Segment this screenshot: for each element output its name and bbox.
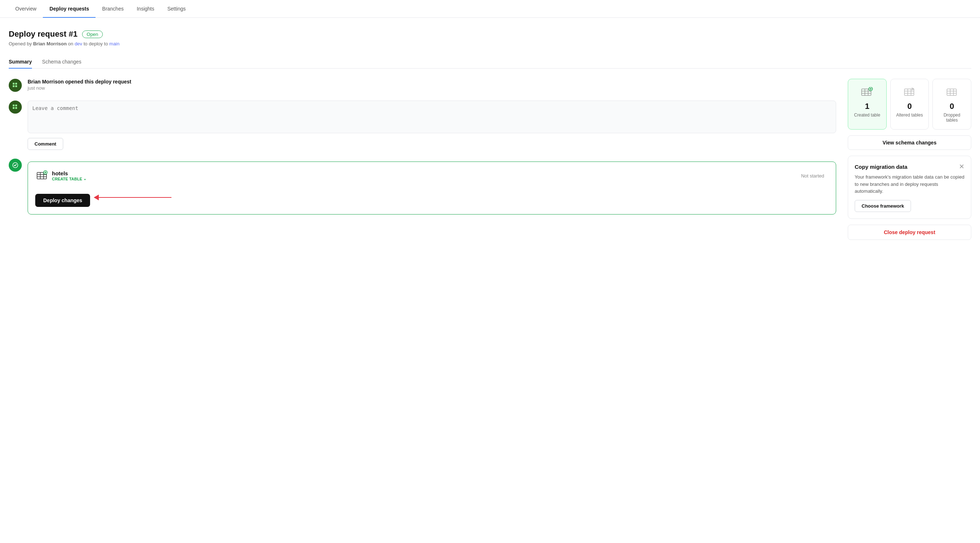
nav-deploy-requests[interactable]: Deploy requests xyxy=(43,0,95,17)
dropped-table-icon xyxy=(937,86,967,99)
svg-rect-3 xyxy=(15,85,17,87)
top-nav: Overview Deploy requests Branches Insigh… xyxy=(0,0,980,18)
arrow-line xyxy=(99,197,172,198)
deploy-card: hotels CREATE TABLE ⌄ Not started xyxy=(28,162,836,214)
dropped-count: 0 xyxy=(937,102,967,111)
svg-rect-4 xyxy=(13,105,14,106)
svg-rect-2 xyxy=(13,85,14,87)
close-deploy-request-button[interactable]: Close deploy request xyxy=(848,225,971,240)
subtitle-to: to deploy to xyxy=(84,41,109,46)
page-header: Deploy request #1 Open Opened by Brian M… xyxy=(9,29,971,46)
view-schema-button[interactable]: View schema changes xyxy=(848,135,971,150)
created-count: 1 xyxy=(853,102,882,111)
altered-count: 0 xyxy=(895,102,924,111)
progress-area: Not started xyxy=(801,173,829,179)
close-migration-card-button[interactable]: ✕ xyxy=(959,163,964,171)
avatar-event xyxy=(9,79,22,92)
migration-card-title: Copy migration data xyxy=(855,164,907,170)
main-content: Deploy request #1 Open Opened by Brian M… xyxy=(0,18,980,249)
migration-card: Copy migration data ✕ Your framework's m… xyxy=(848,156,971,219)
tab-summary[interactable]: Summary xyxy=(9,55,32,68)
comment-area: Comment xyxy=(28,100,836,150)
page-subtitle: Opened by Brian Morrison on dev to deplo… xyxy=(9,41,971,46)
arrow-head-icon xyxy=(94,195,99,200)
svg-rect-0 xyxy=(13,83,14,84)
deploy-btn-area: Deploy changes xyxy=(35,188,829,207)
nav-overview[interactable]: Overview xyxy=(9,0,43,17)
deploy-card-header: hotels CREATE TABLE ⌄ Not started xyxy=(35,169,829,182)
branch-from-link[interactable]: dev xyxy=(75,41,82,46)
deploy-changes-button[interactable]: Deploy changes xyxy=(35,194,90,207)
subtitle-mid: on xyxy=(68,41,75,46)
table-icon xyxy=(35,169,48,182)
altered-table-icon xyxy=(895,86,924,99)
deploy-card-area: hotels CREATE TABLE ⌄ Not started xyxy=(28,159,836,214)
migration-card-header: Copy migration data ✕ xyxy=(855,163,964,171)
timeline-deploy-item: hotels CREATE TABLE ⌄ Not started xyxy=(9,159,836,214)
status-badge: Open xyxy=(82,30,103,38)
subtitle-prefix: Opened by xyxy=(9,41,33,46)
event-text: Brian Morrison opened this deploy reques… xyxy=(28,79,836,84)
avatar-deploy xyxy=(9,159,22,172)
event-time: just now xyxy=(28,85,836,91)
table-info: hotels CREATE TABLE ⌄ xyxy=(35,169,86,182)
right-column: 1 Created table 0 xyxy=(848,79,971,240)
choose-framework-button[interactable]: Choose framework xyxy=(855,200,911,212)
created-label: Created table xyxy=(853,113,882,117)
nav-insights[interactable]: Insights xyxy=(130,0,161,17)
stat-dropped-tables[interactable]: 0 Dropped tables xyxy=(932,79,971,130)
svg-rect-5 xyxy=(15,105,17,106)
left-column: Brian Morrison opened this deploy reques… xyxy=(9,79,836,240)
comment-input[interactable] xyxy=(28,100,836,133)
avatar-comment xyxy=(9,100,22,114)
status-not-started: Not started xyxy=(801,173,824,179)
migration-card-text: Your framework's migration table data ca… xyxy=(855,173,964,195)
comment-button[interactable]: Comment xyxy=(28,138,63,150)
branch-to-link[interactable]: main xyxy=(109,41,119,46)
timeline-comment-item: Comment xyxy=(9,100,836,150)
stats-row: 1 Created table 0 xyxy=(848,79,971,130)
nav-settings[interactable]: Settings xyxy=(161,0,192,17)
page-title: Deploy request #1 xyxy=(9,29,78,39)
svg-rect-30 xyxy=(947,89,956,95)
timeline: Brian Morrison opened this deploy reques… xyxy=(9,79,836,214)
author-name: Brian Morrison xyxy=(33,41,67,46)
tab-schema-changes[interactable]: Schema changes xyxy=(42,55,81,68)
altered-label: Altered tables xyxy=(895,113,924,117)
content-area: Brian Morrison opened this deploy reques… xyxy=(9,79,971,240)
created-table-icon xyxy=(853,86,882,99)
stat-altered-tables[interactable]: 0 Altered tables xyxy=(890,79,929,130)
svg-rect-1 xyxy=(15,83,17,84)
timeline-event-item: Brian Morrison opened this deploy reques… xyxy=(9,79,836,92)
table-name: hotels xyxy=(52,170,86,176)
svg-rect-7 xyxy=(15,107,17,109)
dropped-label: Dropped tables xyxy=(937,113,967,123)
stat-created-table[interactable]: 1 Created table xyxy=(848,79,887,130)
table-action-label: CREATE TABLE ⌄ xyxy=(52,176,86,181)
sub-tabs: Summary Schema changes xyxy=(9,55,971,68)
nav-branches[interactable]: Branches xyxy=(95,0,130,17)
timeline-event-content: Brian Morrison opened this deploy reques… xyxy=(28,79,836,91)
svg-rect-6 xyxy=(13,107,14,109)
